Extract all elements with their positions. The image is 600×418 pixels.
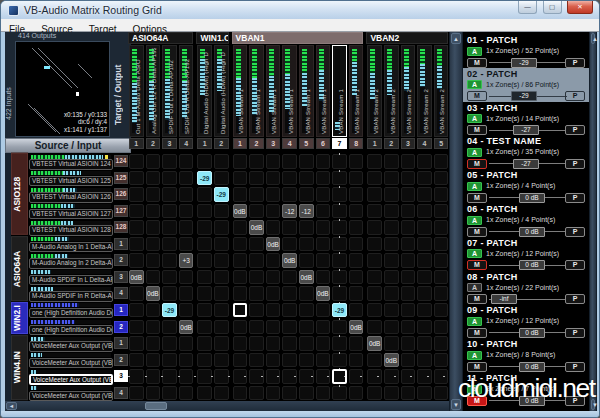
grid-cell[interactable] <box>316 386 331 401</box>
grid-cell[interactable] <box>349 336 364 351</box>
grid-cell[interactable] <box>266 171 281 186</box>
grid-cell[interactable] <box>197 336 212 351</box>
grid-cell[interactable] <box>129 187 144 202</box>
grid-cell[interactable] <box>146 204 161 219</box>
grid-cell[interactable] <box>197 303 212 318</box>
grid-cell[interactable] <box>349 270 364 285</box>
grid-cell[interactable] <box>401 187 416 202</box>
grid-cell[interactable] <box>282 386 297 401</box>
grid-cell[interactable] <box>282 320 297 335</box>
mute-button[interactable]: M <box>467 91 487 101</box>
grid-cell[interactable] <box>179 353 194 368</box>
matrix-horizontal-scrollbar[interactable]: ◄ <box>5 401 449 411</box>
column-header[interactable]: SPDIF Out R Delta-AP192 <box>179 45 194 137</box>
grid-cell[interactable] <box>434 286 449 301</box>
grid-cell[interactable] <box>434 204 449 219</box>
grid-cell[interactable] <box>367 353 382 368</box>
grid-cell[interactable] <box>233 187 248 202</box>
row-group-asio128[interactable]: ASIO128 <box>11 153 28 235</box>
grid-cell[interactable] <box>233 286 248 301</box>
grid-cell[interactable] <box>233 353 248 368</box>
grid-cell[interactable] <box>146 270 161 285</box>
grid-cell[interactable] <box>417 320 432 335</box>
row-number[interactable]: 3 <box>114 271 128 283</box>
grid-cell[interactable] <box>282 171 297 186</box>
scroll-left-icon[interactable]: ◄ <box>6 402 17 410</box>
grid-cell[interactable] <box>214 353 229 368</box>
patch-item[interactable]: 09 - PATCHA1x Zone(s) / 12 Point(s)M0 dB… <box>463 304 589 338</box>
column-number[interactable]: 5 <box>434 138 449 149</box>
matrix-cell[interactable]: -29 <box>214 187 229 202</box>
grid-cell[interactable] <box>197 286 212 301</box>
grid-cell[interactable] <box>282 270 297 285</box>
grid-cell[interactable] <box>197 237 212 252</box>
matrix-vertical-scrollbar[interactable]: ▲ ▼ <box>449 32 463 411</box>
grid-cell[interactable] <box>179 237 194 252</box>
column-number[interactable]: 3 <box>162 138 177 149</box>
arm-button[interactable]: A <box>467 249 482 258</box>
arm-button[interactable]: A <box>467 80 482 89</box>
grid-cell[interactable] <box>282 220 297 235</box>
grid-cell[interactable] <box>316 171 331 186</box>
grid-cell[interactable] <box>299 253 314 268</box>
grid-cell[interactable] <box>384 237 399 252</box>
grid-cell[interactable] <box>349 204 364 219</box>
grid-cell[interactable] <box>316 303 331 318</box>
grid-cell[interactable] <box>401 353 416 368</box>
column-header[interactable]: VBAN Stream 1 <box>299 45 314 137</box>
grid-cell[interactable] <box>162 353 177 368</box>
grid-cell[interactable] <box>282 353 297 368</box>
grid-cell[interactable] <box>299 353 314 368</box>
grid-cell[interactable] <box>434 220 449 235</box>
grid-cell[interactable] <box>129 286 144 301</box>
grid-cell[interactable] <box>162 204 177 219</box>
grid-cell[interactable] <box>214 336 229 351</box>
grid-cell[interactable] <box>384 220 399 235</box>
grid-cell[interactable] <box>417 204 432 219</box>
column-number[interactable]: 4 <box>282 138 297 149</box>
arm-button[interactable]: A <box>467 114 482 123</box>
grid-cell[interactable] <box>401 303 416 318</box>
grid-cell[interactable] <box>299 171 314 186</box>
grid-cell[interactable] <box>367 237 382 252</box>
grid-cell[interactable] <box>434 320 449 335</box>
matrix-cell-selected[interactable] <box>233 303 248 318</box>
column-group-vban1[interactable]: VBAN1 <box>232 32 364 44</box>
matrix-cell[interactable]: -29 <box>197 171 212 186</box>
title-bar[interactable]: VB-Audio Matrix Routing Grid — ▢ ✕ <box>1 1 599 19</box>
grid-cell[interactable] <box>233 320 248 335</box>
grid-cell[interactable] <box>197 253 212 268</box>
grid-cell[interactable] <box>266 154 281 169</box>
grid-cell[interactable] <box>129 320 144 335</box>
preset-button[interactable]: P <box>565 91 585 101</box>
column-number[interactable]: 4 <box>179 138 194 149</box>
column-group-win1.o[interactable]: WIN1.O <box>196 32 228 44</box>
preset-button[interactable]: P <box>565 227 585 237</box>
grid-cell[interactable] <box>401 220 416 235</box>
grid-cell[interactable] <box>162 171 177 186</box>
row-label[interactable]: one (High Definition Audio Device) <box>29 325 113 336</box>
grid-cell[interactable] <box>299 220 314 235</box>
column-header[interactable]: SPDIF Out L Delta-AP192 <box>162 45 177 137</box>
grid-cell[interactable] <box>401 386 416 401</box>
grid-cell[interactable] <box>146 237 161 252</box>
grid-cell[interactable] <box>417 336 432 351</box>
matrix-cell-selected[interactable] <box>332 369 347 384</box>
patch-item[interactable]: 01 - PATCHA1x Zone(s) / 52 Point(s)M-29P <box>463 34 589 68</box>
grid-cell[interactable] <box>129 154 144 169</box>
column-header[interactable]: VBAN Stream 2 <box>401 45 416 137</box>
gain-value[interactable]: -27 <box>513 125 539 135</box>
preset-button[interactable]: P <box>565 294 585 304</box>
mute-button[interactable]: M <box>467 260 487 270</box>
matrix-cell[interactable]: 0dB <box>384 353 399 368</box>
grid-cell[interactable] <box>266 336 281 351</box>
row-number[interactable]: 4 <box>114 287 128 299</box>
grid-cell[interactable] <box>434 336 449 351</box>
gain-value[interactable]: -27 <box>513 159 539 169</box>
matrix-cell[interactable]: +3 <box>179 253 194 268</box>
grid-cell[interactable] <box>417 286 432 301</box>
maximize-button[interactable]: ▢ <box>543 1 562 14</box>
grid-cell[interactable] <box>401 336 416 351</box>
grid-cell[interactable] <box>367 204 382 219</box>
grid-cell[interactable] <box>249 237 264 252</box>
